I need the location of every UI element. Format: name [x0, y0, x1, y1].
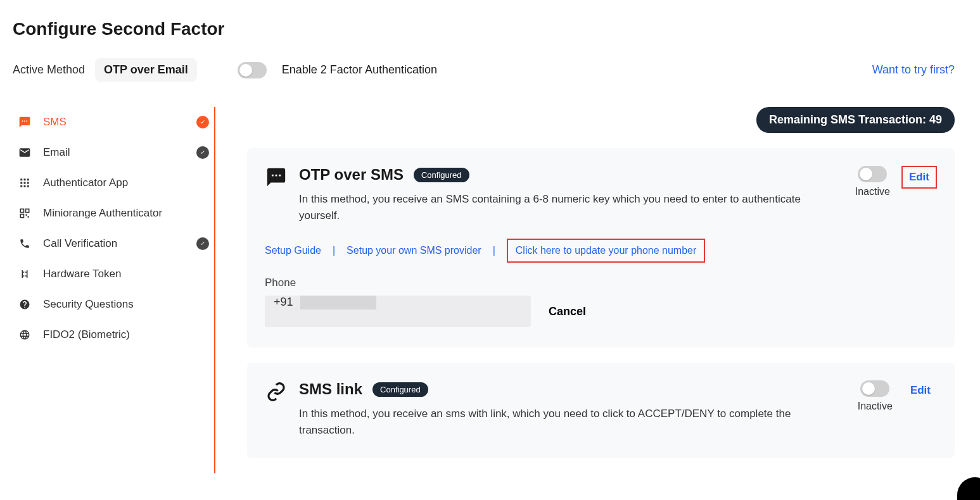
own-sms-provider-link[interactable]: Setup your own SMS provider	[347, 245, 481, 256]
sidebar-item-label: Hardware Token	[43, 268, 209, 280]
sidebar-item-miniorange-authenticator[interactable]: Miniorange Authenticator	[13, 198, 214, 228]
svg-rect-12	[26, 215, 27, 216]
svg-rect-10	[26, 209, 29, 212]
enable-2fa-label: Enable 2 Factor Authentication	[282, 63, 437, 77]
configured-badge: Configured	[414, 168, 469, 182]
phone-masked-value	[300, 296, 376, 309]
sidebar-item-label: SMS	[43, 116, 196, 128]
sidebar-item-email[interactable]: Email	[13, 137, 214, 168]
token-icon	[18, 268, 32, 280]
sidebar-item-call-verification[interactable]: Call Verification	[13, 228, 214, 259]
link-icon	[265, 380, 288, 403]
svg-rect-6	[20, 185, 22, 187]
svg-rect-1	[24, 178, 26, 180]
sidebar-item-fido2[interactable]: FIDO2 (Biometric)	[13, 320, 214, 350]
globe-icon	[18, 329, 32, 341]
svg-rect-9	[20, 209, 23, 212]
update-phone-link[interactable]: Click here to update your phone number	[507, 239, 706, 263]
card-status-label: Inactive	[858, 401, 893, 412]
separator: |	[493, 245, 495, 256]
sidebar-item-label: Authenticator App	[43, 177, 209, 189]
card-active-toggle[interactable]	[860, 380, 889, 397]
cancel-button[interactable]: Cancel	[549, 305, 586, 318]
edit-button[interactable]: Edit	[901, 166, 937, 189]
configured-badge: Configured	[372, 382, 428, 397]
phone-input[interactable]: +91	[265, 296, 531, 327]
card-description: In this method, you receive an SMS conta…	[299, 191, 818, 223]
phone-label: Phone	[265, 277, 937, 289]
card-active-toggle[interactable]	[858, 166, 887, 182]
svg-rect-11	[20, 215, 23, 218]
sms-icon	[18, 116, 32, 128]
svg-rect-5	[27, 182, 29, 184]
sidebar-item-authenticator-app[interactable]: Authenticator App	[13, 168, 214, 198]
svg-rect-8	[27, 185, 29, 187]
card-title: OTP over SMS	[299, 166, 404, 184]
svg-rect-2	[27, 178, 29, 180]
grid-icon	[18, 177, 32, 189]
active-method-label: Active Method	[13, 63, 85, 77]
svg-rect-3	[20, 182, 22, 184]
qr-icon	[18, 208, 32, 219]
sms-bubble-icon	[265, 166, 288, 189]
card-sms-link: SMS link Configured In this method, you …	[247, 363, 955, 458]
setup-guide-link[interactable]: Setup Guide	[265, 245, 321, 256]
question-icon	[18, 299, 32, 310]
card-description: In this method, you receive an sms with …	[299, 406, 818, 438]
check-icon	[196, 237, 209, 250]
active-method-value: OTP over Email	[95, 58, 197, 82]
edit-button[interactable]: Edit	[904, 380, 937, 401]
svg-rect-0	[20, 178, 22, 180]
sidebar-item-sms[interactable]: SMS	[13, 107, 214, 137]
sidebar-item-label: FIDO2 (Biometric)	[43, 328, 209, 341]
svg-rect-4	[24, 182, 26, 184]
phone-prefix: +91	[274, 296, 293, 308]
remaining-sms-badge: Remaining SMS Transaction: 49	[756, 107, 955, 133]
separator: |	[333, 245, 335, 256]
email-icon	[18, 146, 32, 159]
svg-rect-7	[24, 185, 26, 187]
sidebar-item-security-questions[interactable]: Security Questions	[13, 289, 214, 320]
sidebar-item-label: Call Verification	[43, 237, 196, 250]
floating-action-button[interactable]	[957, 477, 980, 500]
check-icon	[196, 146, 209, 159]
card-title: SMS link	[299, 380, 362, 398]
page-title: Configure Second Factor	[13, 19, 967, 39]
card-status-label: Inactive	[855, 186, 890, 197]
card-otp-over-sms: OTP over SMS Configured In this method, …	[247, 148, 955, 347]
header-row: Active Method OTP over Email Enable 2 Fa…	[13, 58, 967, 82]
enable-2fa-toggle[interactable]	[238, 62, 267, 78]
sidebar-item-label: Security Questions	[43, 298, 209, 311]
main-content: Remaining SMS Transaction: 49 OTP over S…	[247, 107, 967, 473]
sidebar-item-label: Miniorange Authenticator	[43, 207, 209, 220]
phone-icon	[18, 238, 32, 249]
check-icon	[196, 116, 209, 128]
sidebar-item-label: Email	[43, 146, 196, 159]
svg-rect-13	[28, 216, 29, 218]
try-first-link[interactable]: Want to try first?	[872, 63, 955, 77]
sidebar: SMS Email Authenticator App M	[13, 107, 215, 473]
sidebar-item-hardware-token[interactable]: Hardware Token	[13, 259, 214, 289]
